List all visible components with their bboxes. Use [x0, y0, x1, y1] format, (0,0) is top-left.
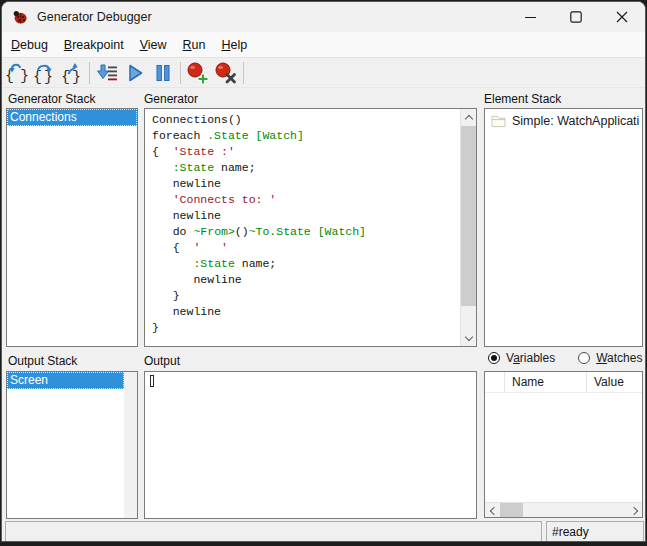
menu-breakpoint[interactable]: Breakpoint — [56, 35, 132, 55]
output-stack-list[interactable]: Screen — [6, 371, 138, 519]
svg-text:}: } — [72, 69, 81, 85]
svg-text:}: } — [20, 68, 28, 85]
step-out-button[interactable]: { } — [58, 60, 86, 86]
close-button[interactable] — [599, 2, 645, 32]
scrollbar-thumb[interactable] — [500, 503, 523, 517]
variables-table[interactable]: Name Value — [484, 371, 643, 518]
element-stack-tree[interactable]: Simple: WatchApplicati — [484, 108, 643, 347]
menu-debug[interactable]: Debug — [3, 35, 56, 55]
output-stack-item-screen[interactable]: Screen — [7, 372, 124, 389]
generator-vertical-scrollbar[interactable] — [460, 109, 476, 346]
generator-stack-list[interactable]: Connections — [6, 108, 138, 347]
output-stack-scrollbar[interactable] — [124, 372, 137, 518]
window-controls — [507, 2, 645, 32]
scroll-left-button[interactable] — [485, 503, 499, 518]
variables-table-header: Name Value — [485, 372, 642, 393]
column-header-name[interactable]: Name — [505, 372, 587, 392]
generator-stack-item-connections[interactable]: Connections — [7, 109, 137, 126]
element-stack-item[interactable]: Simple: WatchApplicati — [491, 112, 642, 130]
maximize-button[interactable] — [553, 2, 599, 32]
scroll-up-button[interactable] — [461, 109, 477, 125]
toolbar-separator — [89, 62, 90, 84]
desktop-backdrop: Generator Debugger Debug Breakpoint View… — [0, 0, 647, 546]
chevron-right-icon — [630, 506, 638, 514]
minimize-button[interactable] — [507, 2, 553, 32]
generator-label: Generator — [144, 92, 198, 106]
step-over-button[interactable]: { } — [30, 60, 58, 86]
scroll-down-button[interactable] — [461, 330, 477, 346]
column-header-value[interactable]: Value — [587, 372, 642, 392]
titlebar[interactable]: Generator Debugger — [2, 2, 645, 32]
element-stack-item-label: Simple: WatchApplicati — [512, 114, 639, 128]
folder-icon — [491, 115, 506, 128]
variables-watches-radio-group: Variables Watches — [488, 351, 644, 365]
toolbar-separator — [180, 62, 181, 84]
scrollbar-thumb[interactable] — [461, 126, 477, 306]
element-stack-label: Element Stack — [484, 92, 561, 106]
output-stack-label: Output Stack — [8, 354, 77, 368]
chevron-left-icon — [489, 506, 497, 514]
step-into-button[interactable]: { } — [2, 60, 30, 86]
generator-code: Connections()foreach .State [Watch]{ 'St… — [152, 112, 459, 336]
menu-view[interactable]: View — [132, 35, 175, 55]
toolbar-separator — [243, 62, 244, 84]
step-to-line-button[interactable] — [93, 60, 121, 86]
text-caret — [150, 375, 154, 387]
watches-radio[interactable]: Watches — [578, 351, 642, 365]
scroll-right-button[interactable] — [628, 503, 642, 518]
app-window: Generator Debugger Debug Breakpoint View… — [1, 1, 646, 542]
radio-circle-icon — [488, 352, 500, 364]
menu-run[interactable]: Run — [175, 35, 214, 55]
variables-radio[interactable]: Variables — [488, 351, 555, 365]
remove-breakpoint-button[interactable] — [212, 60, 240, 86]
column-header-blank[interactable] — [485, 372, 505, 392]
radio-circle-icon — [578, 352, 590, 364]
generator-stack-label: Generator Stack — [8, 92, 95, 106]
window-title: Generator Debugger — [37, 10, 152, 24]
pause-button[interactable] — [149, 60, 177, 86]
output-box[interactable] — [144, 371, 477, 519]
chevron-down-icon — [465, 333, 473, 341]
run-button[interactable] — [121, 60, 149, 86]
status-message — [5, 521, 542, 542]
svg-text:{: { — [33, 69, 42, 85]
menu-help[interactable]: Help — [213, 35, 255, 55]
output-label: Output — [144, 354, 180, 368]
generator-code-box[interactable]: Connections()foreach .State [Watch]{ 'St… — [144, 108, 477, 347]
add-breakpoint-button[interactable] — [184, 60, 212, 86]
variables-horizontal-scrollbar[interactable] — [485, 502, 642, 517]
status-state: #ready — [546, 521, 644, 542]
toolbar: { } { } { } — [2, 59, 645, 88]
menubar: Debug Breakpoint View Run Help — [2, 32, 645, 58]
app-bug-icon — [12, 9, 28, 25]
chevron-up-icon — [465, 114, 473, 122]
